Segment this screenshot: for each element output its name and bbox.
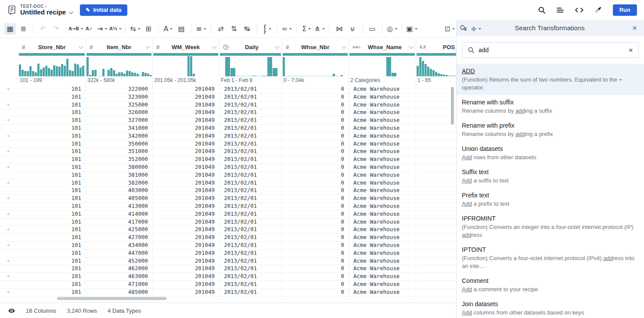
grid-cell[interactable]: 326000 — [86, 109, 153, 116]
grid-cell[interactable]: 417000 — [86, 218, 153, 226]
hist-bar[interactable] — [386, 57, 391, 76]
column-histogram[interactable] — [86, 56, 152, 76]
hist-bar[interactable] — [341, 75, 343, 76]
grid-cell[interactable]: Acme·Warehouse — [349, 226, 416, 233]
grid-cell[interactable] — [416, 140, 456, 148]
data-quality-bar[interactable] — [349, 53, 415, 56]
grid-cell[interactable]: Acme·Warehouse — [349, 281, 416, 288]
settings-icon[interactable]: ≑ — [470, 23, 482, 35]
hist-bar[interactable] — [121, 72, 123, 76]
grid-cell[interactable]: 2013/02/01 — [219, 218, 282, 226]
grid-cell[interactable]: 471000 — [86, 281, 153, 288]
row-gutter[interactable] — [0, 273, 18, 280]
search-result-item[interactable]: Union datasetsAdd rows from other datase… — [457, 142, 644, 165]
grid-cell[interactable]: 201049 — [153, 273, 219, 280]
grid-cell[interactable]: 2013/02/01 — [219, 148, 282, 155]
grid-cell[interactable]: 2013/02/01 — [219, 164, 282, 171]
row-gutter[interactable] — [0, 101, 18, 109]
grid-cell[interactable]: 0 — [282, 101, 349, 109]
hist-bar[interactable] — [427, 67, 429, 76]
grid-cell[interactable]: 0 — [282, 250, 349, 257]
grid-cell[interactable]: 101 — [18, 203, 86, 210]
grid-cell[interactable]: 0 — [282, 218, 349, 226]
hist-bar[interactable] — [40, 69, 42, 76]
format-text-icon[interactable]: A — [162, 23, 174, 35]
grid-cell[interactable]: 0 — [282, 281, 349, 288]
hist-bar[interactable] — [53, 65, 55, 76]
search-result-item[interactable]: IPFROMINT(Function) Converts an integer … — [457, 211, 644, 243]
grid-cell[interactable]: 447000 — [86, 250, 153, 257]
row-gutter[interactable] — [0, 117, 18, 124]
grid-cell[interactable]: 101 — [18, 140, 86, 148]
hist-bar[interactable] — [291, 76, 293, 76]
grid-cell[interactable]: 413000 — [86, 203, 153, 210]
grid-cell[interactable]: 434000 — [86, 242, 153, 249]
hist-bar[interactable] — [293, 76, 295, 76]
hist-bar[interactable] — [283, 57, 285, 76]
transpose-icon[interactable]: ↹ — [241, 23, 253, 35]
recipe-steps-icon[interactable] — [556, 6, 564, 14]
grid-cell[interactable] — [416, 211, 456, 218]
grid-cell[interactable]: Acme·Warehouse — [349, 132, 416, 140]
grid-cell[interactable]: 0 — [282, 265, 349, 272]
grid-cell[interactable]: 0 — [282, 203, 349, 210]
grid-cell[interactable]: Acme·Warehouse — [349, 101, 416, 109]
grid-cell[interactable]: 2013/02/01 — [219, 109, 282, 116]
hist-bar[interactable] — [267, 57, 272, 76]
row-gutter[interactable] — [0, 93, 18, 101]
hist-bar[interactable] — [134, 73, 136, 76]
hist-bar[interactable] — [417, 66, 419, 76]
hist-bar[interactable] — [443, 75, 445, 76]
hist-bar[interactable] — [79, 68, 82, 76]
grid-cell[interactable] — [416, 250, 456, 257]
grid-cell[interactable]: 0 — [282, 93, 349, 101]
column-menu-chevron-icon[interactable] — [212, 44, 217, 49]
grid-cell[interactable]: 201049 — [153, 265, 219, 272]
hist-bar[interactable] — [72, 71, 74, 76]
grid-cell[interactable]: 101 — [18, 289, 86, 296]
grid-cell[interactable]: 2013/02/01 — [219, 195, 282, 202]
hist-bar[interactable] — [262, 75, 267, 76]
grid-cell[interactable]: Acme·Warehouse — [349, 109, 416, 116]
grid-cell[interactable]: 201049 — [153, 203, 219, 210]
row-gutter[interactable] — [0, 203, 18, 210]
row-gutter[interactable] — [0, 148, 18, 155]
grid-cell[interactable]: Acme·Warehouse — [349, 187, 416, 194]
hist-bar[interactable] — [102, 69, 104, 76]
grid-cell[interactable]: 101 — [18, 226, 86, 233]
data-quality-bar[interactable] — [19, 53, 85, 56]
hist-bar[interactable] — [82, 66, 84, 76]
grid-cell[interactable]: Acme·Warehouse — [349, 93, 416, 101]
column-histogram[interactable] — [282, 56, 349, 76]
hist-bar[interactable] — [118, 72, 120, 76]
row-gutter[interactable] — [0, 125, 18, 132]
grid-cell[interactable]: 2013/02/01 — [219, 257, 282, 265]
table-row[interactable]: 1013230002010492013/02/010Acme·Warehouse — [0, 93, 456, 101]
unpivot-icon[interactable]: ⇅ — [228, 23, 240, 35]
search-result-item[interactable]: Join datasetsAdd columns from other data… — [457, 297, 644, 318]
row-gutter[interactable] — [0, 109, 18, 116]
grid-cell[interactable]: Acme·Warehouse — [349, 156, 416, 163]
hist-bar[interactable] — [45, 66, 47, 76]
redo-icon[interactable]: ↷ — [50, 23, 62, 35]
grid-cell[interactable]: 0 — [282, 164, 349, 171]
search-result-item[interactable]: IPTOINT(Function) Converts a four-octet … — [457, 243, 644, 274]
grid-cell[interactable] — [416, 132, 456, 140]
hist-bar[interactable] — [440, 74, 443, 76]
grid-cell[interactable]: 2013/02/01 — [219, 281, 282, 288]
grid-cell[interactable]: 201049 — [153, 226, 219, 233]
grid-cell[interactable]: Acme·Warehouse — [349, 242, 416, 249]
hist-bar[interactable] — [312, 76, 314, 76]
grid-cell[interactable]: 201049 — [153, 132, 219, 140]
grid-cell[interactable]: 2013/02/01 — [219, 211, 282, 218]
close-icon[interactable]: × — [632, 24, 637, 32]
column-header-wm_week[interactable]: #WM_Week201.05k - 201.05k — [153, 38, 219, 86]
grid-cell[interactable]: 2013/02/01 — [219, 273, 282, 280]
search-icon[interactable] — [538, 6, 546, 14]
hist-bar[interactable] — [241, 76, 246, 76]
grid-cell[interactable]: 201049 — [153, 93, 219, 101]
grid-cell[interactable]: 425000 — [86, 226, 153, 233]
table-row[interactable]: 1013500002010492013/02/010Acme·Warehouse — [0, 140, 456, 148]
extract-icon[interactable]: ▤ — [176, 23, 187, 35]
code-icon[interactable] — [575, 6, 584, 14]
